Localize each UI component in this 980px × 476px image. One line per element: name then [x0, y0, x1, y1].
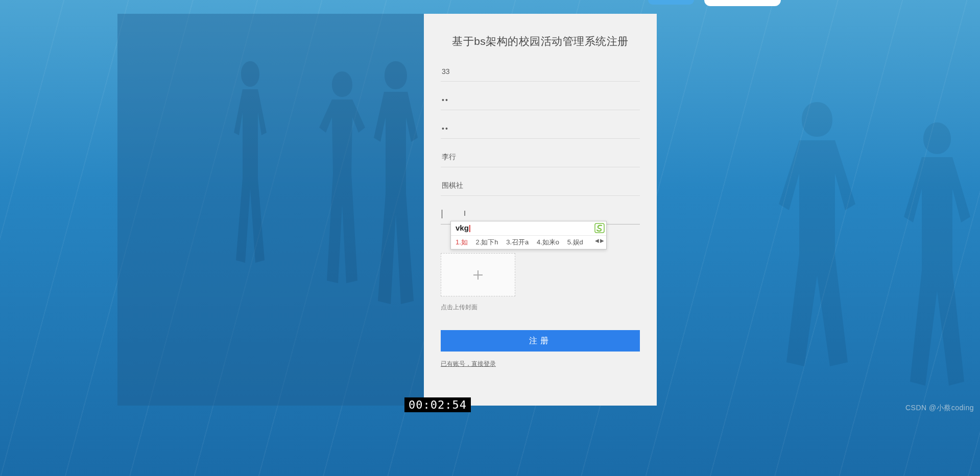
- upload-cover-box[interactable]: [441, 253, 515, 296]
- club-field-wrap: [441, 174, 640, 196]
- username-field-wrap: [441, 60, 640, 82]
- confirm-password-input[interactable]: [441, 117, 640, 138]
- form-title: 基于bs架构的校园活动管理系统注册: [441, 34, 640, 48]
- password-input[interactable]: [441, 88, 640, 110]
- watermark-text: CSDN @小蔡coding: [905, 404, 974, 413]
- plus-icon: [472, 269, 484, 281]
- ime-candidates-row: 1.如 2.如下h 3.召开a 4.如来o 5.娱d ◀ ▶: [451, 235, 606, 249]
- ime-typed-text: vkg|: [456, 223, 471, 232]
- sogou-ime-logo-icon: [594, 223, 605, 233]
- ime-input-row: vkg|: [451, 221, 606, 235]
- chevron-right-icon[interactable]: ▶: [600, 238, 604, 243]
- registration-form-card: 基于bs架构的校园活动管理系统注册 I 点击上传封面 注册 已有账号，直接登录: [424, 14, 657, 406]
- chevron-left-icon[interactable]: ◀: [595, 238, 599, 243]
- ime-page-arrows[interactable]: ◀ ▶: [595, 238, 604, 243]
- password-field-wrap: [441, 88, 640, 110]
- bg-figure: [368, 61, 424, 306]
- ime-candidate-5[interactable]: 5.娱d: [567, 238, 583, 246]
- ime-candidate-3[interactable]: 3.召开a: [506, 238, 529, 246]
- login-link[interactable]: 已有账号，直接登录: [441, 360, 496, 368]
- bg-figure: [894, 122, 980, 388]
- upload-label: 点击上传封面: [441, 303, 640, 312]
- register-button[interactable]: 注册: [441, 330, 640, 352]
- name-input[interactable]: [441, 145, 640, 167]
- ime-candidate-1[interactable]: 1.如: [456, 238, 468, 246]
- ime-candidate-4[interactable]: 4.如来o: [537, 238, 559, 246]
- bg-figure: [230, 61, 271, 265]
- username-input[interactable]: [441, 60, 640, 81]
- top-decoration-white: [704, 0, 781, 6]
- ime-panel: vkg| 1.如 2.如下h 3.召开a 4.如来o 5.娱d ◀ ▶: [450, 221, 607, 249]
- top-decoration-blue: [648, 0, 694, 5]
- club-input[interactable]: [441, 174, 640, 195]
- name-field-wrap: [441, 145, 640, 167]
- video-timestamp: 00:02:54: [404, 397, 471, 412]
- bg-figure: [766, 102, 868, 367]
- text-caret: [442, 210, 442, 218]
- confirm-password-field-wrap: [441, 117, 640, 139]
- ime-candidate-2[interactable]: 2.如下h: [475, 238, 498, 246]
- bg-figure: [317, 71, 368, 286]
